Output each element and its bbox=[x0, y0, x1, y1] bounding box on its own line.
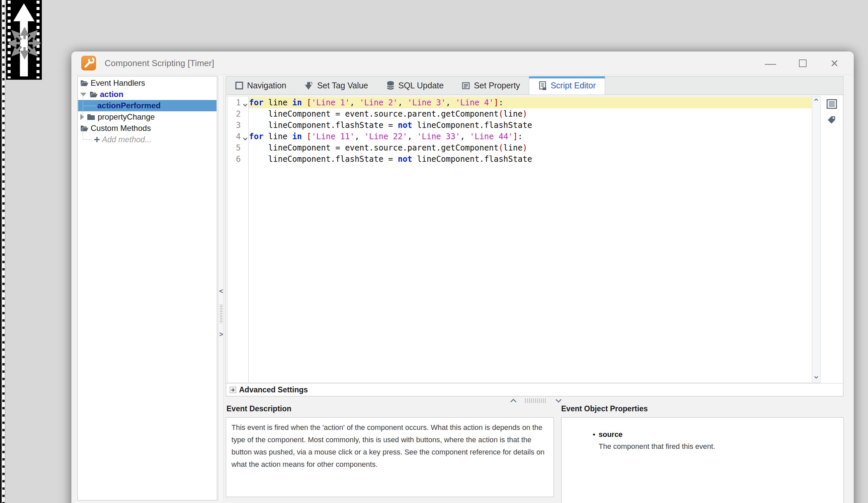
folder-open-icon bbox=[80, 79, 89, 87]
code-line-5[interactable]: lineComponent = event.source.parent.getC… bbox=[249, 142, 812, 154]
dialog-title: Component Scripting [Timer] bbox=[105, 51, 214, 75]
tab-label: Set Tag Value bbox=[317, 81, 368, 90]
line-number: 4 bbox=[228, 131, 249, 142]
tree-guide-line bbox=[83, 106, 96, 106]
collapse-arrow-icon[interactable] bbox=[80, 93, 86, 96]
code-lines[interactable]: for line in ['Line 1', 'Line 2', 'Line 3… bbox=[249, 96, 812, 383]
splitter-grip[interactable] bbox=[220, 305, 223, 323]
code-editor[interactable]: 123456 for line in ['Line 1', 'Line 2', … bbox=[227, 96, 820, 383]
line-number: 1 bbox=[228, 97, 249, 108]
event-object-properties-list: •sourceThe component that fired this eve… bbox=[561, 417, 844, 503]
tree-item-label: Event Handlers bbox=[91, 79, 145, 88]
tree-item-property-change[interactable]: propertyChange bbox=[78, 111, 217, 123]
tree-item-custom-methods[interactable]: Custom Methods bbox=[78, 123, 217, 134]
doc-lines-icon[interactable] bbox=[826, 99, 837, 110]
scroll-up-button[interactable] bbox=[812, 97, 820, 105]
tab-set-tag-value[interactable]: Set Tag Value bbox=[295, 76, 377, 95]
event-description-heading: Event Description bbox=[226, 404, 291, 413]
selection-marching-ants bbox=[2, 0, 5, 503]
tab-script-editor[interactable]: Script Editor bbox=[529, 76, 605, 95]
event-object-properties-heading: Event Object Properties bbox=[561, 404, 648, 413]
tree-item-action[interactable]: action bbox=[78, 89, 217, 100]
wrench-icon bbox=[81, 56, 96, 70]
maximize-button[interactable] bbox=[793, 51, 813, 75]
plus-icon bbox=[94, 136, 100, 143]
event-description-text: This event is fired when the 'action' of… bbox=[226, 417, 554, 497]
script-editor-icon bbox=[538, 81, 547, 90]
tree-item-event-handlers[interactable]: Event Handlers bbox=[78, 78, 217, 89]
tree-item-add-method[interactable]: Add method... bbox=[78, 134, 217, 145]
editor-side-toolbar bbox=[822, 95, 843, 382]
collapse-left-arrow[interactable]: < bbox=[218, 287, 224, 295]
tab-navigation[interactable]: Navigation bbox=[226, 76, 295, 95]
tree-item-action-performed[interactable]: actionPerformed bbox=[78, 100, 217, 111]
event-action-tabs: NavigationSet Tag ValueSQL UpdateSet Pro… bbox=[226, 76, 844, 95]
advanced-settings-toggle[interactable]: Advanced Settings bbox=[226, 383, 843, 396]
navigation-icon bbox=[235, 81, 244, 90]
expand-right-arrow[interactable]: > bbox=[218, 331, 224, 338]
bullet-icon: • bbox=[593, 429, 596, 452]
minimize-button[interactable]: — bbox=[761, 51, 780, 75]
folder-open-icon bbox=[89, 91, 98, 98]
tab-label: Set Property bbox=[474, 81, 520, 90]
expand-arrow-icon[interactable] bbox=[80, 114, 84, 120]
code-line-3[interactable]: lineComponent.flashState = not lineCompo… bbox=[249, 120, 812, 131]
tree-item-label: action bbox=[100, 90, 124, 99]
tab-label: Script Editor bbox=[550, 81, 596, 90]
line-number: 5 bbox=[228, 142, 249, 154]
tree-item-label: Custom Methods bbox=[91, 124, 151, 133]
folder-open-icon bbox=[80, 125, 89, 132]
dialog-titlebar[interactable]: Component Scripting [Timer] — × bbox=[71, 51, 854, 75]
tab-sql-update[interactable]: SQL Update bbox=[377, 76, 453, 95]
line-number: 6 bbox=[228, 154, 249, 165]
folder-closed-icon bbox=[87, 113, 96, 121]
component-scripting-dialog: Component Scripting [Timer] — × Event Ha… bbox=[71, 51, 854, 503]
sql-update-icon bbox=[386, 81, 395, 90]
tree-guide-line bbox=[83, 128, 83, 140]
tab-label: Navigation bbox=[247, 81, 286, 90]
code-line-1[interactable]: for line in ['Line 1', 'Line 2', 'Line 3… bbox=[249, 97, 812, 108]
line-number-gutter: 123456 bbox=[228, 96, 249, 383]
code-line-2[interactable]: lineComponent = event.source.parent.getC… bbox=[249, 108, 812, 120]
move-resize-handles-icon bbox=[9, 27, 41, 59]
advanced-settings-label: Advanced Settings bbox=[239, 386, 308, 394]
splitter-grip[interactable] bbox=[525, 398, 547, 403]
tab-label: SQL Update bbox=[399, 81, 444, 90]
set-property-icon bbox=[462, 81, 470, 90]
event-property-source: •sourceThe component that fired this eve… bbox=[593, 429, 837, 452]
property-description: The component that fired this event. bbox=[599, 440, 715, 452]
tree-item-label: Add method... bbox=[102, 135, 152, 144]
tab-set-property[interactable]: Set Property bbox=[453, 76, 529, 95]
property-name: source bbox=[599, 429, 715, 440]
code-line-6[interactable]: lineComponent.flashState = not lineCompo… bbox=[249, 154, 812, 165]
line-number: 2 bbox=[228, 108, 249, 120]
maximize-icon bbox=[799, 60, 807, 67]
close-button[interactable]: × bbox=[825, 51, 845, 75]
tree-guide-line bbox=[83, 140, 93, 140]
editor-bottom-splitter[interactable] bbox=[71, 396, 854, 406]
tag-icon[interactable] bbox=[826, 115, 836, 126]
line-number: 3 bbox=[228, 120, 249, 131]
scroll-down-button[interactable] bbox=[812, 374, 820, 382]
script-editor-panel: 123456 for line in ['Line 1', 'Line 2', … bbox=[226, 95, 844, 396]
code-line-4[interactable]: for line in ['Line 11', 'Line 22', 'Line… bbox=[249, 131, 812, 142]
designer-screen: Component Scripting [Timer] — × Event Ha… bbox=[0, 0, 868, 503]
tree-item-label: actionPerformed bbox=[97, 101, 161, 110]
set-tag-value-icon bbox=[304, 81, 313, 90]
splitter-down-arrow[interactable] bbox=[555, 398, 562, 403]
expand-plus-icon[interactable] bbox=[230, 387, 236, 393]
splitter-up-arrow[interactable] bbox=[510, 398, 517, 403]
event-tree: Event HandlersactionactionPerformedprope… bbox=[78, 76, 217, 500]
tree-item-label: propertyChange bbox=[97, 112, 155, 122]
arrow-lane-graphic bbox=[6, 0, 42, 80]
tree-guide-line bbox=[83, 94, 83, 117]
editor-scrollbar[interactable] bbox=[812, 96, 820, 383]
tree-editor-splitter[interactable]: < > bbox=[218, 76, 224, 500]
